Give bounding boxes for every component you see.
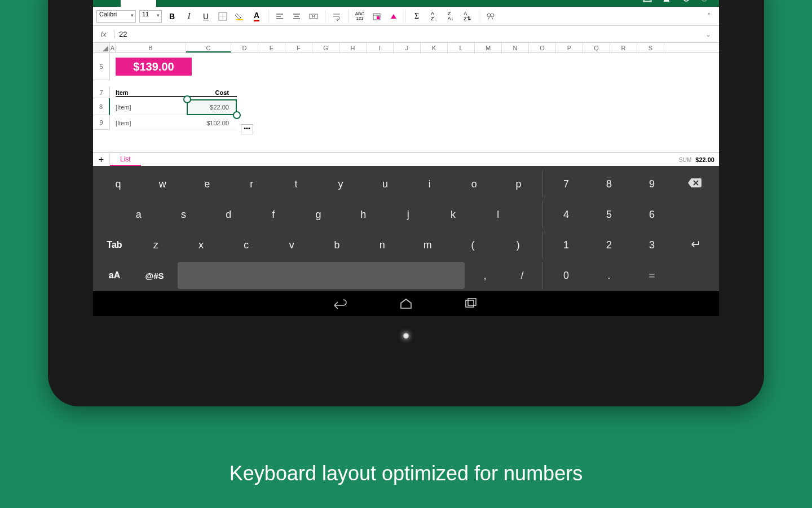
key-1[interactable]: 1 (546, 231, 586, 259)
col-header-o[interactable]: O (529, 43, 556, 52)
menu-review[interactable]: Review (236, 0, 276, 7)
back-icon[interactable] (333, 296, 348, 311)
row-header-5[interactable]: 5 (93, 53, 110, 80)
underline-icon[interactable]: U (199, 10, 213, 23)
col-header-i[interactable]: I (367, 43, 394, 52)
row-header-7[interactable]: 7 (93, 87, 110, 98)
collapse-ribbon-icon[interactable]: ˄ (702, 10, 716, 23)
menu-table[interactable]: Table (308, 0, 341, 7)
key-d[interactable]: d (208, 201, 249, 228)
cell-cost[interactable]: $22.00 (186, 104, 231, 111)
date-icon[interactable] (370, 10, 383, 23)
key-b[interactable]: b (316, 231, 358, 259)
col-header-h[interactable]: H (339, 43, 367, 52)
total-cell[interactable]: $139.00 (116, 58, 192, 76)
clear-icon[interactable] (387, 10, 400, 23)
col-header-f[interactable]: F (285, 43, 312, 52)
number-format-icon[interactable]: ABC123 (353, 10, 367, 23)
key-z[interactable]: z (135, 231, 176, 259)
key-o[interactable]: o (453, 170, 495, 198)
key-4[interactable]: 4 (546, 201, 586, 228)
key-f[interactable]: f (253, 201, 294, 228)
fx-icon[interactable]: fx (93, 30, 114, 38)
key-2[interactable]: 2 (589, 231, 629, 259)
font-size-select[interactable]: 11 (139, 10, 162, 23)
col-header-e[interactable]: E (258, 43, 285, 52)
align-center-icon[interactable] (290, 10, 303, 23)
key-8[interactable]: 8 (589, 170, 629, 198)
merge-icon[interactable] (307, 10, 320, 23)
table-row[interactable]: [Item] $102.00 (116, 116, 237, 130)
col-header-k[interactable]: K (421, 43, 448, 52)
key-h[interactable]: h (342, 201, 384, 228)
sort-custom-icon[interactable]: AZ⇅ (461, 10, 474, 23)
col-header-p[interactable]: P (556, 43, 583, 52)
row-header-9[interactable]: 9 (93, 115, 110, 130)
italic-icon[interactable]: I (182, 10, 196, 23)
col-header-a[interactable]: A (110, 43, 116, 52)
save-icon[interactable] (642, 0, 652, 3)
col-header-g[interactable]: G (312, 43, 339, 52)
key-x[interactable]: x (180, 231, 222, 259)
cell-cost[interactable]: $102.00 (186, 120, 231, 126)
table-row[interactable]: [Item] $22.00 (116, 100, 237, 115)
wrap-text-icon[interactable] (330, 10, 343, 23)
key-9[interactable]: 9 (632, 170, 672, 198)
col-header-b[interactable]: B (116, 43, 186, 52)
recent-apps-icon[interactable] (464, 296, 479, 311)
row-header-8[interactable]: 8 (93, 98, 110, 115)
key-u[interactable]: u (364, 170, 405, 198)
key-6[interactable]: 6 (632, 201, 672, 228)
key-equals[interactable]: = (632, 262, 672, 289)
key-backspace[interactable] (675, 170, 714, 198)
bold-icon[interactable]: B (165, 10, 179, 23)
menu-view[interactable]: View (276, 0, 308, 7)
key-period[interactable]: . (589, 262, 629, 289)
cell-item[interactable]: [Item] (116, 104, 186, 111)
fill-color-icon[interactable] (233, 10, 246, 23)
sort-desc-icon[interactable]: ZA↓ (444, 10, 457, 23)
key-l[interactable]: l (477, 201, 519, 228)
col-header-l[interactable]: L (448, 43, 475, 52)
key-0[interactable]: 0 (546, 262, 586, 289)
spreadsheet-grid[interactable]: A B C D E F G H I J K L M N O P Q R S (93, 43, 719, 152)
font-name-select[interactable]: Calibri (96, 10, 136, 23)
align-left-icon[interactable] (273, 10, 286, 23)
key-v[interactable]: v (271, 231, 312, 259)
key-rparen[interactable]: ) (497, 231, 539, 259)
key-comma[interactable]: , (468, 262, 502, 289)
undo-icon[interactable] (681, 0, 691, 3)
font-color-icon[interactable]: A (250, 10, 263, 23)
key-i[interactable]: i (409, 170, 450, 198)
redo-icon[interactable] (700, 0, 710, 3)
col-header-j[interactable]: J (394, 43, 421, 52)
formula-expand-icon[interactable]: ⌄ (705, 30, 719, 38)
menu-home[interactable]: Home (121, 0, 156, 7)
key-s[interactable]: s (163, 201, 205, 228)
key-k[interactable]: k (433, 201, 474, 228)
key-j[interactable]: j (387, 201, 429, 228)
borders-icon[interactable] (216, 10, 230, 23)
key-q[interactable]: q (98, 170, 139, 198)
autosum-icon[interactable]: Σ (410, 10, 423, 23)
col-header-r[interactable]: R (610, 43, 637, 52)
key-n[interactable]: n (361, 231, 403, 259)
col-header-c[interactable]: C (186, 43, 231, 52)
key-slash[interactable]: / (505, 262, 539, 289)
col-header-n[interactable]: N (502, 43, 529, 52)
key-lparen[interactable]: ( (452, 231, 493, 259)
menu-file[interactable]: File (93, 0, 121, 7)
key-spacebar[interactable] (178, 262, 465, 289)
col-header-q[interactable]: Q (583, 43, 610, 52)
col-header-d[interactable]: D (231, 43, 258, 52)
col-header-m[interactable]: M (475, 43, 502, 52)
key-t[interactable]: t (276, 170, 317, 198)
col-header-s[interactable]: S (637, 43, 664, 52)
key-symbols[interactable]: @#S (135, 262, 174, 289)
cell-item[interactable]: [Item] (116, 120, 186, 126)
sort-asc-icon[interactable]: AZ↓ (427, 10, 440, 23)
sheet-tab-list[interactable]: List (110, 153, 141, 166)
key-w[interactable]: w (142, 170, 183, 198)
key-p[interactable]: p (498, 170, 539, 198)
key-e[interactable]: e (187, 170, 228, 198)
